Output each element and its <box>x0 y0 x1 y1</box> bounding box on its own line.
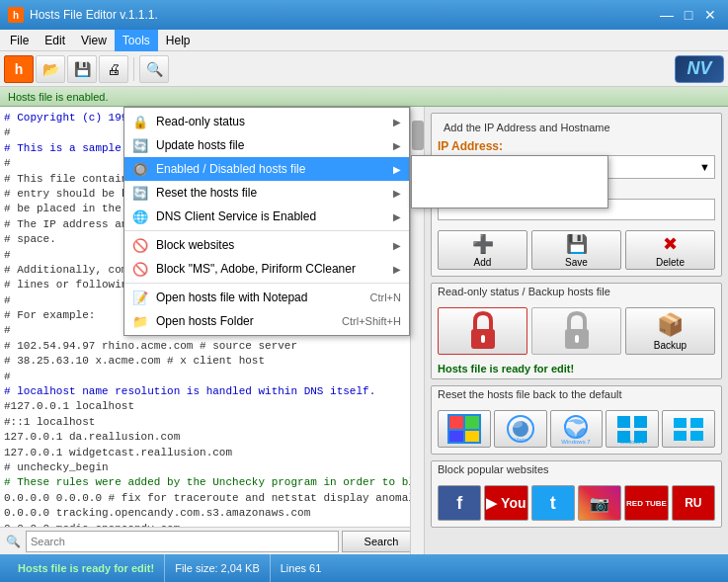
close-button[interactable]: ✕ <box>700 5 720 25</box>
menu-open-notepad[interactable]: 📝 Open hosts file with Notepad Ctrl+N <box>124 286 409 309</box>
window-controls: — □ ✕ <box>657 5 720 25</box>
arrow-right-icon-5: ▶ <box>393 211 401 222</box>
menu-update-label: Update hosts file <box>156 138 385 152</box>
status-filesize-text: File size: 2,04 KB <box>175 562 260 574</box>
lock-icon: 🔒 <box>132 114 148 129</box>
minimize-button[interactable]: — <box>657 5 677 25</box>
menu-block-websites[interactable]: 🚫 Block websites ▶ <box>124 233 409 257</box>
menu-dns[interactable]: 🌐 DNS Client Service is Enabled ▶ <box>124 205 409 228</box>
menu-block-websites-label: Block websites <box>156 238 385 252</box>
title-bar: h Hosts File Editor v.1.1.1. — □ ✕ <box>0 0 728 30</box>
main-area: # Copyright (c) 1993-20... # # This is a… <box>0 107 728 554</box>
arrow-right-icon-4: ▶ <box>393 188 401 199</box>
status-top: Hosts file is enabled. <box>0 87 728 107</box>
submenu-item-1-label: Enabled hosts file <box>444 163 600 177</box>
menu-help[interactable]: Help <box>158 30 199 51</box>
menu-reset[interactable]: 🔄 Reset the hosts file ▶ <box>124 181 409 205</box>
arrow-right-icon-3: ▶ <box>393 164 401 175</box>
hosts-status-text: Hosts file is enabled. <box>8 91 109 103</box>
arrow-right-icon-6: ▶ <box>393 240 401 251</box>
toolbar-hosts[interactable]: h <box>4 55 34 83</box>
menu-readonly[interactable]: 🔒 Read-only status ▶ <box>124 110 409 133</box>
update-icon: 🔄 <box>132 137 148 153</box>
menu-bar: File Edit View Tools Help <box>0 30 728 51</box>
notepad-icon: 📝 <box>132 290 148 305</box>
toolbar-save[interactable]: 💾 <box>67 55 97 83</box>
status-filesize: File size: 2,04 KB <box>165 554 271 582</box>
menu-enabled-disabled-label: Enabled / Disabled hosts file <box>156 162 385 176</box>
block-ms-icon: 🚫 <box>132 261 148 277</box>
block-icon: 🚫 <box>132 237 148 253</box>
menu-overlay[interactable]: 🔒 Read-only status ▶ 🔄 Update hosts file… <box>0 107 728 554</box>
tools-dropdown-menu: 🔒 Read-only status ▶ 🔄 Update hosts file… <box>123 107 410 336</box>
arrow-right-icon-2: ▶ <box>393 140 401 151</box>
arrow-right-icon: ▶ <box>393 117 401 127</box>
menu-open-notepad-label: Open hosts file with Notepad <box>156 291 363 304</box>
toggle-icon: 🔘 <box>132 161 148 177</box>
status-ready: Hosts file is ready for edit! <box>8 554 165 582</box>
status-bar: Hosts file is ready for edit! File size:… <box>0 554 728 582</box>
folder-icon: 📁 <box>132 313 148 329</box>
menu-dns-label: DNS Client Service is Enabled <box>156 209 385 223</box>
submenu-item-1[interactable]: ✔ Enabled hosts file <box>412 158 607 182</box>
menu-open-folder-label: Open hosts Folder <box>156 314 334 328</box>
reset-icon: 🔄 <box>132 185 148 201</box>
status-ready-text: Hosts file is ready for edit! <box>18 562 154 574</box>
x-icon: ✖ <box>420 186 436 202</box>
menu-block-ms-label: Block "MS", Adobe, Piriform CCleaner <box>156 262 385 276</box>
toolbar-open[interactable]: 📂 <box>36 55 65 83</box>
menu-readonly-label: Read-only status <box>156 115 385 128</box>
app-icon: h <box>8 7 24 23</box>
menu-enabled-disabled[interactable]: 🔘 Enabled / Disabled hosts file ▶ ✔ Enab… <box>124 157 409 181</box>
nv-logo: NV <box>675 55 724 83</box>
menu-view[interactable]: View <box>73 30 115 51</box>
check-icon: ✔ <box>420 162 436 178</box>
arrow-right-icon-7: ▶ <box>393 264 401 275</box>
menu-file[interactable]: File <box>2 30 37 51</box>
window-title: Hosts File Editor v.1.1.1. <box>30 8 158 22</box>
dns-icon: 🌐 <box>132 208 148 224</box>
maximize-button[interactable]: □ <box>679 5 698 25</box>
toolbar: h 📂 💾 🖨 🔍 NV <box>0 51 728 87</box>
toolbar-find[interactable]: 🔍 <box>139 55 169 83</box>
menu-edit[interactable]: Edit <box>37 30 73 51</box>
open-folder-shortcut: Ctrl+Shift+H <box>342 315 401 327</box>
menu-update[interactable]: 🔄 Update hosts file ▶ <box>124 133 409 157</box>
status-lines-text: Lines 61 <box>281 562 322 574</box>
open-notepad-shortcut: Ctrl+N <box>370 291 401 303</box>
menu-reset-label: Reset the hosts file <box>156 186 385 200</box>
toolbar-sep-1 <box>133 57 134 81</box>
submenu-item-2-label: Disabled hosts file <box>444 187 600 201</box>
menu-open-folder[interactable]: 📁 Open hosts Folder Ctrl+Shift+H <box>124 309 409 333</box>
toolbar-print[interactable]: 🖨 <box>99 55 128 83</box>
status-lines: Lines 61 <box>271 554 332 582</box>
menu-tools[interactable]: Tools <box>115 30 158 51</box>
submenu-item-2[interactable]: ✖ Disabled hosts file <box>412 182 607 206</box>
menu-block-ms[interactable]: 🚫 Block "MS", Adobe, Piriform CCleaner ▶ <box>124 257 409 281</box>
menu-sep-2 <box>124 283 409 284</box>
menu-sep-1 <box>124 230 409 231</box>
enabled-disabled-submenu: ✔ Enabled hosts file ✖ Disabled hosts fi… <box>411 155 608 208</box>
